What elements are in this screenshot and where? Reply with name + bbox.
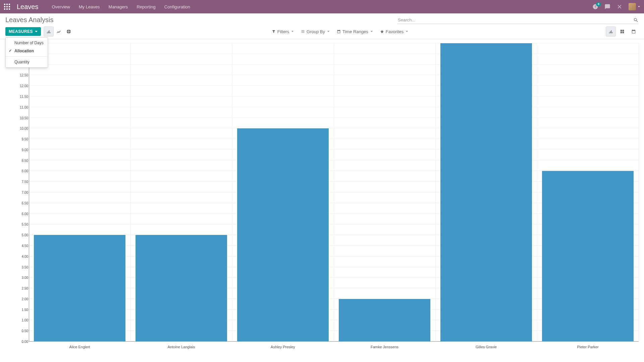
chevron-down-icon [638,6,640,7]
chevron-down-icon [371,31,373,32]
svg-rect-3 [4,6,5,7]
chart-pie-button[interactable] [64,26,74,37]
y-tick: 6.00 [15,212,28,216]
pie-chart-icon [66,29,71,34]
measures-button[interactable]: MEASURES [5,27,41,36]
y-tick: 10.00 [15,127,28,130]
svg-rect-2 [9,4,10,5]
y-tick: 0.50 [15,329,28,333]
measures-label: MEASURES [9,29,33,34]
bar[interactable] [237,128,329,342]
chart-area: 0.000.501.001.502.002.503.003.504.004.50… [17,43,639,348]
groupby-label: Group By [307,29,325,34]
y-tick: 12.50 [15,73,28,77]
list-icon [301,29,305,34]
page-title: Leaves Analysis [5,16,53,24]
nav-link-managers[interactable]: Managers [109,4,128,9]
favorites-label: Favorites [386,29,404,34]
chevron-down-icon [327,31,329,32]
search-icon[interactable] [633,17,639,23]
view-calendar-button[interactable] [629,26,639,37]
svg-rect-4 [6,6,8,7]
avatar [629,3,636,10]
timeranges-button[interactable]: Time Ranges [337,29,373,34]
grid-icon [620,29,625,34]
y-tick: 3.00 [15,276,28,280]
y-tick: 10.50 [15,116,28,120]
main-navbar: Leaves Overview My Leaves Managers Repor… [0,0,644,13]
y-tick: 2.00 [15,297,28,301]
x-label: Alice Englert [69,345,90,349]
view-pivot-button[interactable] [617,26,627,37]
filters-button[interactable]: Filters [272,29,293,34]
svg-rect-8 [9,8,10,10]
y-tick: 6.50 [15,201,28,205]
y-tick: 3.50 [15,265,28,269]
apps-icon[interactable] [4,4,10,10]
bar[interactable] [542,171,634,342]
discuss-icon[interactable] [604,4,610,10]
chart-container: 0.000.501.001.502.002.503.003.504.004.50… [0,39,644,358]
measures-dropdown: Number of Days Allocation Quantity [5,37,48,68]
y-tick: 4.50 [15,244,28,247]
search-bar [397,16,639,24]
bar-slot: Antoine Langlais [130,43,232,342]
nav-link-configuration[interactable]: Configuration [164,4,190,9]
measures-option-quantity[interactable]: Quantity [6,58,48,66]
measures-option-number-of-days[interactable]: Number of Days [6,39,48,47]
y-tick: 4.00 [15,254,28,258]
y-tick: 7.50 [15,180,28,184]
close-icon[interactable] [616,4,623,10]
measures-option-allocation[interactable]: Allocation [6,47,48,55]
svg-rect-6 [4,8,5,10]
calendar-icon [631,29,636,34]
bar-chart-icon [608,29,613,34]
y-tick: 5.00 [15,233,28,237]
y-tick: 9.50 [15,137,28,141]
funnel-icon [272,29,276,34]
brand-title[interactable]: Leaves [17,3,39,11]
y-tick: 1.00 [15,318,28,322]
bar-slot: Famke Jenssens [334,43,435,342]
chart-bar-button[interactable] [44,26,54,37]
y-tick: 8.50 [15,159,28,162]
x-label: Gilles Gravie [476,345,497,349]
svg-rect-5 [9,6,10,7]
y-tick: 7.00 [15,191,28,194]
calendar-icon [337,29,341,34]
y-tick: 12.00 [15,84,28,88]
y-tick: 0.00 [15,340,28,344]
y-tick: 9.00 [15,148,28,152]
nav-link-my-leaves[interactable]: My Leaves [79,4,100,9]
nav-link-reporting[interactable]: Reporting [137,4,155,9]
chevron-down-icon [291,31,293,32]
favorites-button[interactable]: Favorites [380,29,408,34]
svg-rect-7 [6,8,8,10]
bar-slot: Alice Englert [29,43,130,342]
chart-line-button[interactable] [54,26,64,37]
bar[interactable] [34,235,125,342]
search-input[interactable] [397,16,633,24]
bar[interactable] [339,299,430,342]
nav-right: 8 [592,3,640,10]
y-tick: 8.00 [15,169,28,173]
chevron-down-icon [35,31,38,32]
bar-slot: Ashley Presley [232,43,334,342]
bar[interactable] [440,43,532,342]
y-tick: 11.50 [15,95,28,98]
chevron-down-icon [406,31,408,32]
star-icon [380,29,384,34]
x-gridline [639,43,639,342]
bar-chart-icon [46,29,51,34]
groupby-button[interactable]: Group By [301,29,329,34]
line-chart-icon [56,29,61,34]
y-tick: 5.50 [15,223,28,226]
bar[interactable] [136,235,227,342]
y-tick: 11.00 [15,105,28,109]
filters-label: Filters [277,29,289,34]
nav-link-overview[interactable]: Overview [52,4,70,9]
y-tick: 1.50 [15,308,28,311]
activity-icon[interactable]: 8 [592,4,598,10]
view-graph-button[interactable] [606,26,616,37]
user-menu[interactable] [629,3,640,10]
